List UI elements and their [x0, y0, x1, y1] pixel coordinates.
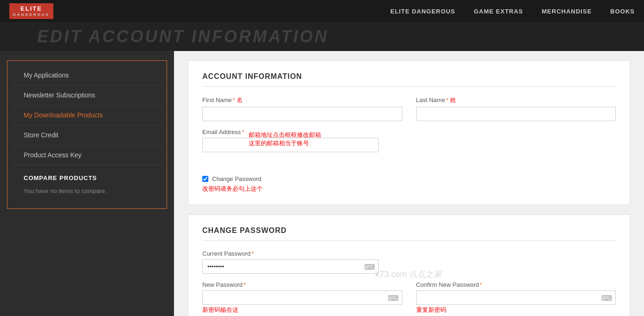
new-password-toggle-icon[interactable]: ⌨	[388, 293, 399, 302]
new-password-input[interactable]	[202, 290, 402, 305]
last-name-annotation: 姓	[450, 97, 456, 103]
confirm-password-input-wrap: ⌨	[416, 290, 616, 305]
nav-links: ELITE DANGEROUS GAME EXTRAS MERCHANDISE …	[390, 8, 635, 15]
email-input[interactable]	[202, 138, 379, 152]
change-password-checkbox-label[interactable]: Change Password	[212, 175, 261, 182]
change-password-title: CHANGE PASSWORD	[202, 226, 616, 241]
change-password-note: 改密码请务必勾上这个	[202, 185, 616, 193]
logo[interactable]: ELITE DANGEROUS	[9, 3, 53, 19]
name-row: First Name* 名 Last Name* 姓	[202, 96, 616, 121]
sidebar: My Applications Newsletter Subscriptions…	[0, 51, 174, 316]
logo-text: ELITE DANGEROUS	[9, 3, 53, 19]
page-banner: EDIT ACCOUNT INFORMATION	[0, 22, 644, 51]
first-name-required-star: *	[233, 97, 235, 103]
first-name-input[interactable]	[202, 107, 402, 121]
last-name-label: Last Name* 姓	[416, 96, 616, 104]
nav-elite-dangerous[interactable]: ELITE DANGEROUS	[390, 8, 455, 15]
current-password-input[interactable]	[202, 259, 379, 274]
new-password-row: New Password* ⌨ 新密码输在这 Confirm New Passw…	[202, 281, 616, 314]
confirm-password-label: Confirm New Password*	[416, 281, 616, 288]
new-password-label: New Password*	[202, 281, 402, 288]
content-area: ACCOUNT INFORMATION First Name* 名 Last N…	[174, 51, 644, 316]
change-password-section: Change Password 改密码请务必勾上这个	[202, 175, 616, 193]
email-required-star: *	[242, 129, 244, 135]
new-pw-required-star: *	[244, 281, 246, 288]
first-name-annotation: 名	[237, 97, 243, 103]
nav-merchandise[interactable]: MERCHANDISE	[542, 8, 592, 15]
main-layout: My Applications Newsletter Subscriptions…	[0, 51, 644, 316]
current-password-label: Current Password*	[202, 250, 379, 257]
confirm-password-annotation: 重复新密码	[416, 306, 616, 314]
confirm-pw-required-star: *	[480, 281, 482, 288]
last-name-required-star: *	[446, 97, 448, 103]
account-info-title: ACCOUNT INFORMATION	[202, 72, 616, 87]
first-name-label: First Name* 名	[202, 96, 402, 104]
account-info-card: ACCOUNT INFORMATION First Name* 名 Last N…	[188, 60, 630, 205]
nav-books[interactable]: BOOKS	[610, 8, 635, 15]
confirm-password-input[interactable]	[416, 290, 616, 305]
page-title: EDIT ACCOUNT INFORMATION	[37, 27, 607, 46]
email-group: Email Address* 邮箱地址点击框框修改邮箱 这里的邮箱相当于账号	[202, 129, 379, 152]
confirm-password-toggle-icon[interactable]: ⌨	[601, 293, 612, 302]
sidebar-item-store-credit[interactable]: Store Credit	[12, 125, 162, 145]
new-password-annotation: 新密码输在这	[202, 306, 402, 314]
nav-game-extras[interactable]: GAME EXTRAS	[474, 8, 523, 15]
current-password-toggle-icon[interactable]: ⌨	[364, 262, 375, 271]
change-password-checkbox-row: Change Password	[202, 175, 616, 182]
current-pw-required-star: *	[251, 250, 254, 257]
first-name-group: First Name* 名	[202, 96, 402, 121]
confirm-password-group: Confirm New Password* ⌨ 重复新密码	[416, 281, 616, 314]
last-name-group: Last Name* 姓	[416, 96, 616, 121]
current-password-group: Current Password* ⌨	[202, 250, 379, 274]
last-name-input[interactable]	[416, 107, 616, 121]
email-input-wrap: 邮箱地址点击框框修改邮箱 这里的邮箱相当于账号	[202, 138, 379, 152]
top-navigation: ELITE DANGEROUS ELITE DANGEROUS GAME EXT…	[0, 0, 644, 22]
sidebar-border: My Applications Newsletter Subscriptions…	[7, 60, 167, 209]
current-password-input-wrap: ⌨	[202, 259, 379, 274]
watermark: k73.com 点点之家	[375, 269, 443, 280]
change-password-card: CHANGE PASSWORD k73.com 点点之家 Current Pas…	[188, 214, 630, 316]
compare-empty-message: You have no items to compare.	[12, 185, 162, 204]
sidebar-item-product-access-key[interactable]: Product Access Key	[12, 145, 162, 165]
email-label: Email Address*	[202, 129, 379, 135]
sidebar-item-newsletter-subscriptions[interactable]: Newsletter Subscriptions	[12, 85, 162, 105]
compare-products-title: COMPARE PRODUCTS	[12, 165, 162, 185]
new-password-group: New Password* ⌨ 新密码输在这	[202, 281, 402, 314]
sidebar-item-my-downloadable-products[interactable]: My Downloadable Products	[12, 105, 162, 125]
new-password-input-wrap: ⌨	[202, 290, 402, 305]
sidebar-item-my-applications[interactable]: My Applications	[12, 65, 162, 85]
change-password-checkbox[interactable]	[202, 176, 208, 182]
